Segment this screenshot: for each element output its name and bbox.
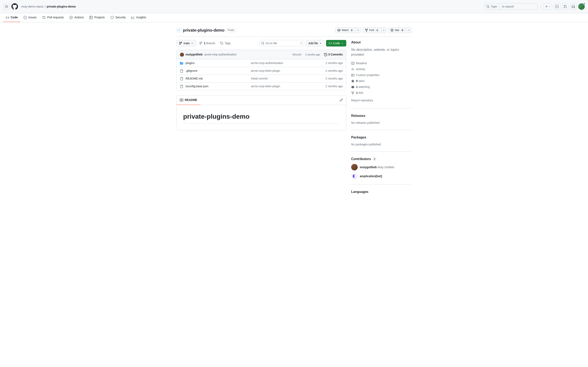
watch-dropdown[interactable]	[356, 27, 361, 33]
contributor-row[interactable]: mulygottlieb Muly Gottlieb	[351, 164, 412, 170]
file-navigation: main 1 Branch Tags Go to file t	[176, 40, 346, 47]
file-commit-message[interactable]: Initial commit	[251, 76, 325, 81]
breadcrumb: muly-demo-repos / private-plugins-demo	[21, 4, 76, 9]
tab-issues-label: Issues	[28, 15, 36, 20]
watch-button[interactable]: Watch 1	[335, 27, 356, 33]
svg-rect-1	[180, 29, 180, 30]
file-icon	[180, 85, 183, 88]
star-button[interactable]: Star 0	[388, 27, 406, 33]
report-repository-link[interactable]: Report repository	[351, 98, 412, 103]
file-name-link[interactable]: README.md	[186, 77, 203, 80]
pull-requests-button[interactable]	[562, 3, 568, 10]
file-commit-message[interactable]: acme-corp-authentication	[251, 61, 325, 65]
breadcrumb-repo[interactable]: private-plugins-demo	[47, 4, 76, 9]
search-placeholder-prefix: Type	[491, 4, 497, 9]
readme-link[interactable]: Readme	[351, 60, 412, 66]
triangle-down-icon	[383, 29, 385, 31]
issues-button[interactable]	[554, 3, 560, 10]
notifications-button[interactable]	[570, 3, 577, 10]
add-file-button[interactable]: Add file	[306, 40, 324, 47]
tab-pulls-label: Pull requests	[47, 15, 64, 20]
commits-count-link[interactable]: 3 Commits	[324, 52, 343, 57]
contributors-count: 2	[373, 157, 377, 161]
star-label: Star	[395, 29, 399, 32]
hamburger-icon	[5, 5, 8, 8]
watching-link[interactable]: 1 watching	[351, 84, 412, 90]
file-name-link[interactable]: plugins	[186, 61, 195, 65]
create-new-button[interactable]	[544, 3, 552, 10]
contributor-avatar	[351, 173, 358, 179]
activity-link-label: Activity	[356, 67, 365, 71]
svg-rect-4	[180, 31, 180, 31]
commit-author-avatar[interactable]	[180, 53, 184, 57]
add-file-label: Add file	[309, 42, 318, 45]
activity-link[interactable]: Activity	[351, 66, 412, 72]
search-icon	[261, 42, 264, 45]
branch-count: 1	[204, 42, 205, 45]
commit-sha[interactable]: 451e1bf	[292, 53, 301, 57]
file-age: 2 months ago	[325, 61, 343, 65]
watching-label: watching	[359, 85, 370, 89]
tab-actions[interactable]: Actions	[67, 13, 86, 22]
code-button[interactable]: Code	[326, 40, 346, 47]
github-logo[interactable]	[11, 3, 18, 10]
star-dropdown[interactable]	[406, 27, 412, 33]
commit-message[interactable]: acme-corp-authentication	[204, 52, 236, 57]
contributors-title[interactable]: Contributors 2	[351, 157, 412, 161]
file-row: pluginsacme-corp-authentication2 months …	[177, 59, 346, 67]
app-header: muly-demo-repos / private-plugins-demo T…	[0, 0, 588, 13]
commit-author[interactable]: mulygottlieb	[186, 52, 203, 57]
fork-label: Fork	[369, 29, 374, 32]
star-icon	[351, 80, 355, 83]
hamburger-menu[interactable]	[3, 3, 10, 10]
fork-button[interactable]: Fork 1	[363, 27, 381, 33]
contributor-row[interactable]: amplication[bot]	[351, 173, 412, 179]
issue-opened-icon	[555, 5, 559, 8]
graph-icon	[131, 16, 135, 19]
breadcrumb-owner[interactable]: muly-demo-repos	[21, 4, 43, 9]
repo-pixel-icon	[177, 29, 180, 32]
go-to-file-input[interactable]: Go to file t	[259, 40, 304, 47]
file-row: README.mdInitial commit2 months ago	[177, 75, 346, 83]
tab-issues[interactable]: Issues	[21, 13, 39, 22]
forks-link[interactable]: 1 fork	[351, 90, 412, 96]
file-name-link[interactable]: .gitignore	[186, 69, 198, 72]
tab-pull-requests[interactable]: Pull requests	[40, 13, 66, 22]
readme-box: README private-plugins-demo	[176, 95, 346, 130]
edit-readme-button[interactable]	[336, 97, 346, 103]
releases-title[interactable]: Releases	[351, 113, 412, 118]
play-icon	[69, 16, 73, 19]
repo-forked-icon	[365, 29, 368, 32]
tags-link[interactable]: Tags	[218, 41, 232, 45]
tab-code[interactable]: Code	[3, 13, 20, 22]
note-icon	[351, 74, 355, 77]
file-icon	[180, 69, 183, 73]
tab-insights[interactable]: Insights	[129, 13, 148, 22]
file-commit-message[interactable]: acme-corp-helm-plugin	[251, 84, 325, 89]
releases-empty-text: No releases published	[351, 121, 412, 125]
tab-security[interactable]: Security	[108, 13, 128, 22]
branches-link[interactable]: 1 Branch	[198, 41, 217, 45]
fork-count: 1	[375, 29, 379, 31]
svg-rect-0	[178, 29, 178, 30]
repo-nav: Code Issues Pull requests Actions Projec…	[0, 13, 588, 22]
repo-title: private-plugins-demo	[183, 27, 224, 33]
branch-name: main	[183, 42, 190, 45]
user-avatar[interactable]	[578, 3, 585, 10]
readme-tab[interactable]: README	[177, 95, 200, 105]
file-name-link[interactable]: tsconfig.base.json	[186, 85, 208, 88]
search-input[interactable]: Type / to search	[484, 3, 537, 10]
stars-link[interactable]: 0 stars	[351, 78, 412, 84]
file-age: 2 months ago	[325, 84, 343, 89]
branch-selector[interactable]: main	[176, 40, 196, 47]
folder-icon	[180, 62, 183, 65]
custom-properties-link[interactable]: Custom properties	[351, 72, 412, 78]
fork-dropdown[interactable]	[381, 27, 387, 33]
watch-label: Watch	[342, 29, 349, 32]
packages-title[interactable]: Packages	[351, 135, 412, 140]
pulse-icon	[351, 68, 355, 71]
commits-count-label: 3 Commits	[328, 52, 343, 57]
file-commit-message[interactable]: acme-corp-helm-plugin	[251, 69, 325, 73]
header-divider	[540, 4, 541, 8]
tab-projects[interactable]: Projects	[87, 13, 107, 22]
